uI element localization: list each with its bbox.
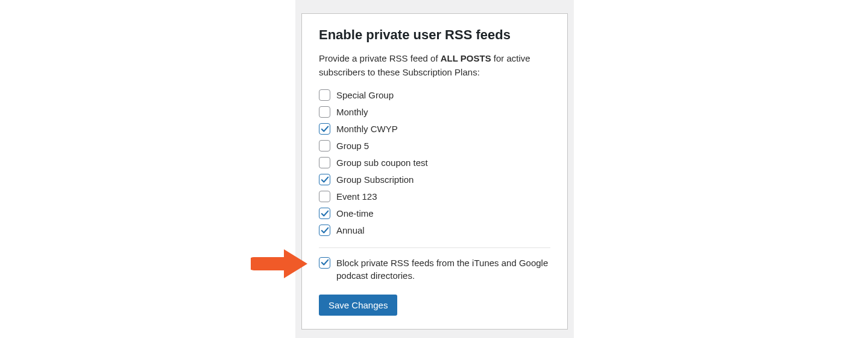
plan-label: Group sub coupon test <box>336 156 428 170</box>
plan-label: Event 123 <box>336 190 377 204</box>
plan-row-group-5[interactable]: Group 5 <box>319 139 550 153</box>
plan-row-annual[interactable]: Annual <box>319 223 550 238</box>
save-button[interactable]: Save Changes <box>319 295 397 316</box>
plan-row-special-group[interactable]: Special Group <box>319 88 550 103</box>
checkmark-icon <box>321 125 329 133</box>
plan-row-monthly[interactable]: Monthly <box>319 105 550 120</box>
checkbox-icon[interactable] <box>319 123 330 135</box>
plan-row-group-sub-coupon[interactable]: Group sub coupon test <box>319 156 550 170</box>
checkmark-icon <box>321 226 329 235</box>
plan-label: Annual <box>336 223 365 238</box>
panel-description: Provide a private RSS feed of ALL POSTS … <box>319 51 550 80</box>
plan-row-one-time[interactable]: One-time <box>319 206 550 221</box>
plan-label: Monthly <box>336 105 368 120</box>
checkmark-icon <box>321 258 329 267</box>
divider <box>319 247 550 248</box>
desc-bold: ALL POSTS <box>441 53 491 63</box>
plan-label: Group 5 <box>336 139 369 153</box>
checkbox-icon[interactable] <box>319 140 330 151</box>
block-directories-row[interactable]: Block private RSS feeds from the iTunes … <box>319 257 550 283</box>
plan-row-event-123[interactable]: Event 123 <box>319 190 550 204</box>
checkbox-icon[interactable] <box>319 89 330 101</box>
block-directories-label: Block private RSS feeds from the iTunes … <box>336 257 550 283</box>
plan-row-monthly-cwyp[interactable]: Monthly CWYP <box>319 122 550 136</box>
plan-label: One-time <box>336 206 374 221</box>
checkmark-icon <box>321 209 329 218</box>
plan-label: Special Group <box>336 88 394 103</box>
panel-title: Enable private user RSS feeds <box>319 27 550 43</box>
plan-row-group-subscription[interactable]: Group Subscription <box>319 173 550 187</box>
plan-label: Group Subscription <box>336 173 414 187</box>
checkbox-icon[interactable] <box>319 257 330 269</box>
checkmark-icon <box>321 176 329 184</box>
subscription-plan-list: Special Group Monthly Monthly CWYP Group… <box>319 88 550 238</box>
checkbox-icon[interactable] <box>319 157 330 168</box>
checkbox-icon[interactable] <box>319 174 330 185</box>
plan-label: Monthly CWYP <box>336 122 398 136</box>
checkbox-icon[interactable] <box>319 208 330 219</box>
desc-prefix: Provide a private RSS feed of <box>319 53 441 63</box>
checkbox-icon[interactable] <box>319 106 330 118</box>
checkbox-icon[interactable] <box>319 191 330 202</box>
checkbox-icon[interactable] <box>319 225 330 236</box>
rss-feeds-panel: Enable private user RSS feeds Provide a … <box>301 13 568 330</box>
